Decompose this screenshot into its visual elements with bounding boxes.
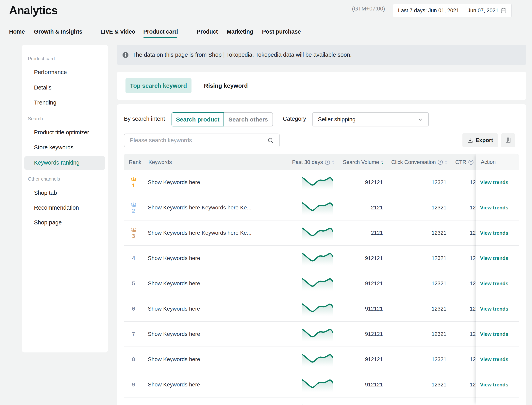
svg-text:?: ? [439, 160, 441, 164]
svg-text:?: ? [470, 160, 472, 164]
svg-text:?: ? [327, 160, 328, 164]
